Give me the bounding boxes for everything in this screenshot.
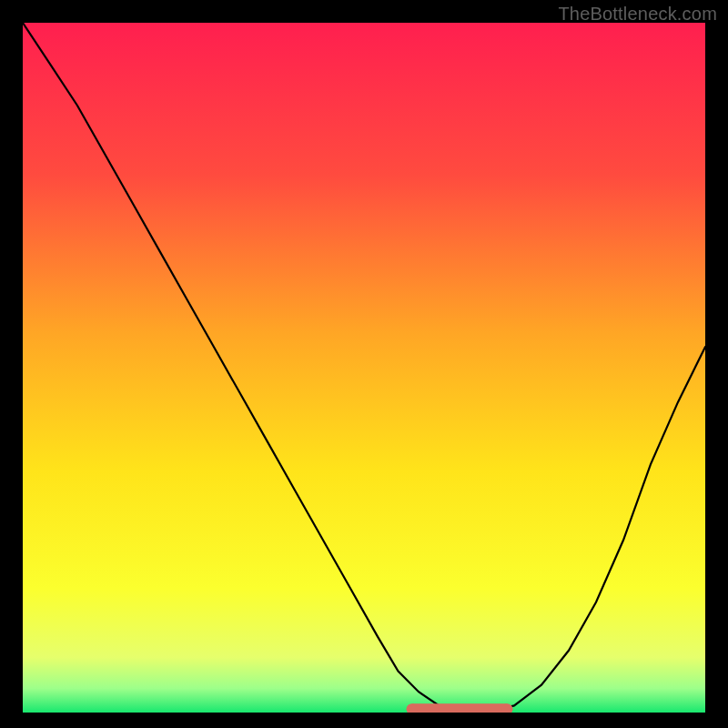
chart-frame: TheBottleneck.com: [0, 0, 728, 728]
optimal-range-marker: [407, 703, 513, 713]
watermark-text: TheBottleneck.com: [558, 4, 717, 25]
plot-area: [23, 23, 705, 713]
heatmap-background: [23, 23, 705, 713]
svg-rect-0: [412, 703, 508, 713]
chart-svg: [23, 23, 705, 713]
